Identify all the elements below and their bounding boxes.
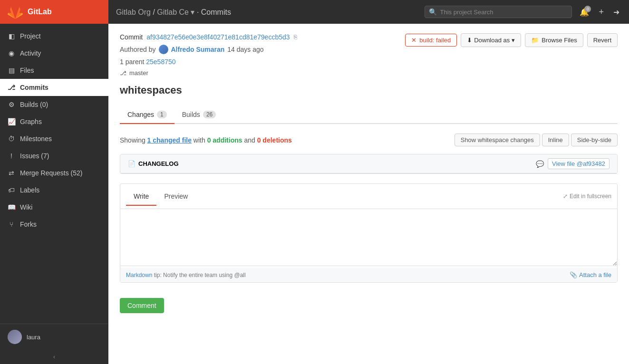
sidebar-item-forks[interactable]: ⑂ Forks xyxy=(0,216,108,233)
tip-text: tip: Notify the entire team using @all xyxy=(154,272,246,278)
revert-label: Revert xyxy=(593,37,611,44)
comment-section: Write Preview ⤢ Edit in fullscreen Markd… xyxy=(120,183,618,283)
sidebar-item-activity[interactable]: ◉ Activity xyxy=(0,45,108,62)
markdown-link[interactable]: Markdown xyxy=(126,272,152,278)
comment-footer: Markdown tip: Notify the entire team usi… xyxy=(120,268,617,282)
download-as-button[interactable]: ⬇ Download as ▾ xyxy=(461,33,521,47)
sidebar-collapse-button[interactable]: ‹ xyxy=(0,350,108,364)
sidebar-item-label: Builds (0) xyxy=(20,101,48,108)
stats-with: with xyxy=(194,136,205,144)
comment-submit-button[interactable]: Comment xyxy=(120,298,164,313)
parent-label: 1 parent xyxy=(120,58,144,66)
file-header: 📄 CHANGELOG 💬 View file @af93482 xyxy=(120,154,617,173)
browse-files-button[interactable]: 📁 Browse Files xyxy=(525,33,583,47)
download-icon: ⬇ xyxy=(467,37,472,44)
project-icon: ◧ xyxy=(8,32,15,40)
activity-icon: ◉ xyxy=(8,49,15,57)
markdown-tip: Markdown tip: Notify the entire team usi… xyxy=(126,272,246,278)
side-by-side-button[interactable]: Side-by-side xyxy=(571,134,618,146)
revert-button[interactable]: Revert xyxy=(587,33,618,47)
sidebar-item-builds[interactable]: ⚙ Builds (0) xyxy=(0,96,108,113)
breadcrumb-project[interactable]: Gitlab Ce ▾ xyxy=(157,8,197,16)
parent-hash-link[interactable]: 25e58750 xyxy=(146,58,175,66)
add-icon[interactable]: + xyxy=(597,5,606,19)
forks-icon: ⑂ xyxy=(8,220,15,228)
sidebar-item-label: Graphs xyxy=(20,118,42,125)
authored-time: 14 days ago xyxy=(227,46,263,53)
changes-count-badge: 1 xyxy=(157,111,167,118)
breadcrumb-project-name: Gitlab Ce xyxy=(157,8,189,16)
comment-editor xyxy=(120,209,617,268)
commit-header: Commit af934827e56e0e3e8f40271e81cd81e79… xyxy=(120,33,618,77)
sidebar-item-labels[interactable]: 🏷 Labels xyxy=(0,182,108,199)
deletions-count: 0 deletions xyxy=(257,136,292,144)
show-whitespace-button[interactable]: Show whitespace changes xyxy=(455,134,540,146)
project-search-box[interactable]: 🔍 xyxy=(425,6,572,18)
sidebar-item-project[interactable]: ◧ Project xyxy=(0,28,108,45)
sidebar-item-label: Issues (7) xyxy=(20,152,49,160)
branch-line: ⎇ master xyxy=(120,69,405,77)
wiki-icon: 📖 xyxy=(8,203,15,211)
x-icon: ✕ xyxy=(411,37,416,44)
branch-name: master xyxy=(129,69,148,77)
user-avatar xyxy=(8,330,22,344)
merge-requests-icon: ⇄ xyxy=(8,169,15,177)
search-icon: 🔍 xyxy=(429,8,437,16)
user-footer[interactable]: laura xyxy=(0,324,108,350)
sidebar-item-merge-requests[interactable]: ⇄ Merge Requests (52) xyxy=(0,164,108,182)
breadcrumb-separator-2: · xyxy=(197,8,199,16)
sidebar-item-wiki[interactable]: 📖 Wiki xyxy=(0,199,108,216)
comment-textarea[interactable] xyxy=(120,209,617,266)
sidebar-nav: ◧ Project ◉ Activity ▤ Files ⎇ Commits ⚙… xyxy=(0,24,108,324)
sidebar-item-commits[interactable]: ⎇ Commits xyxy=(0,79,108,96)
sidebar-item-milestones[interactable]: ⏱ Milestones xyxy=(0,130,108,147)
notification-icon[interactable]: 🔔 0 xyxy=(578,6,591,19)
build-status-badge: ✕ build: failed xyxy=(405,34,457,47)
dropdown-chevron-icon: ▾ xyxy=(512,37,515,44)
app-name: GitLab xyxy=(28,8,52,16)
sidebar-item-graphs[interactable]: 📈 Graphs xyxy=(0,113,108,130)
breadcrumb-org[interactable]: Gitlab Org xyxy=(116,8,151,16)
content-area: Commit af934827e56e0e3e8f40271e81cd81e79… xyxy=(108,24,629,364)
breadcrumb-page: Commits xyxy=(201,8,231,16)
file-actions: 💬 View file @af93482 xyxy=(536,158,610,169)
external-link-icon[interactable]: ➜ xyxy=(611,6,621,19)
attach-file-link[interactable]: 📎 Attach a file xyxy=(570,271,611,278)
commit-actions: ✕ build: failed ⬇ Download as ▾ 📁 Browse… xyxy=(405,33,618,47)
sidebar-item-files[interactable]: ▤ Files xyxy=(0,62,108,79)
view-file-link[interactable]: View file @af93482 xyxy=(548,158,610,169)
sidebar-item-label: Merge Requests (52) xyxy=(20,169,83,177)
commit-hash-link[interactable]: af934827e56e0e3e8f40271e81cd81e79eccb5d3 xyxy=(146,33,290,41)
copy-hash-icon[interactable]: ⎘ xyxy=(294,34,297,40)
breadcrumb: Gitlab Org / Gitlab Ce ▾ · Commits xyxy=(116,8,419,17)
fullscreen-button[interactable]: ⤢ Edit in fullscreen xyxy=(563,193,611,200)
changed-count[interactable]: 1 changed file xyxy=(147,136,192,144)
sidebar: GitLab ◧ Project ◉ Activity ▤ Files ⎇ Co… xyxy=(0,0,108,364)
tab-changes[interactable]: Changes 1 xyxy=(120,106,174,124)
builds-count-badge: 26 xyxy=(203,111,216,118)
commit-hash-line: Commit af934827e56e0e3e8f40271e81cd81e79… xyxy=(120,33,405,41)
tab-builds[interactable]: Builds 26 xyxy=(174,106,224,124)
builds-tab-label: Builds xyxy=(182,111,200,118)
authored-line: Authored by Alfredo Sumaran 14 days ago xyxy=(120,45,405,54)
topbar: Gitlab Org / Gitlab Ce ▾ · Commits 🔍 🔔 0… xyxy=(108,0,629,24)
build-status-text: build: failed xyxy=(419,37,451,44)
file-diff-section: 📄 CHANGELOG 💬 View file @af93482 xyxy=(120,154,618,174)
expand-icon: ⤢ xyxy=(563,193,568,200)
write-tab[interactable]: Write xyxy=(126,188,156,206)
notification-badge: 0 xyxy=(584,6,591,12)
sidebar-item-label: Milestones xyxy=(20,135,52,143)
inline-view-button[interactable]: Inline xyxy=(542,134,569,146)
attach-label: Attach a file xyxy=(579,271,611,278)
gitlab-logo-icon xyxy=(8,4,23,19)
author-name-link[interactable]: Alfredo Sumaran xyxy=(171,46,225,53)
comment-icon: 💬 xyxy=(536,160,544,168)
arrow-icon: ➜ xyxy=(613,8,619,16)
commit-title: whitespaces xyxy=(120,84,618,96)
milestones-icon: ⏱ xyxy=(8,135,15,143)
project-search-input[interactable] xyxy=(440,9,568,16)
preview-tab[interactable]: Preview xyxy=(156,188,195,206)
plus-icon: + xyxy=(599,7,604,17)
sidebar-item-issues[interactable]: ! Issues (7) xyxy=(0,147,108,164)
commits-icon: ⎇ xyxy=(8,84,15,91)
